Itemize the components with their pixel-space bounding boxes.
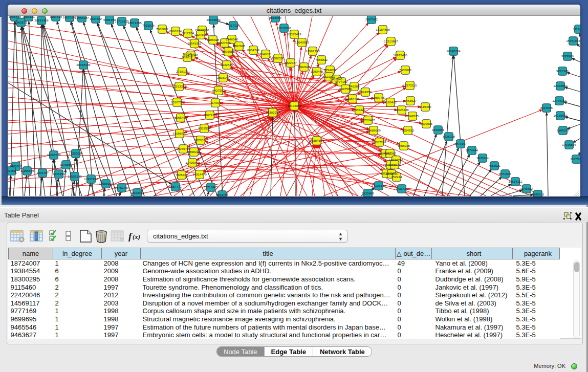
svg-text:8322037: 8322037 (285, 61, 297, 64)
svg-text:8660124: 8660124 (169, 29, 182, 33)
svg-text:1342757: 1342757 (36, 171, 49, 174)
svg-text:9115460: 9115460 (419, 105, 431, 108)
svg-text:8186328: 8186328 (207, 38, 220, 41)
svg-text:1405571: 1405571 (15, 20, 28, 24)
svg-text:13325419: 13325419 (287, 32, 301, 36)
svg-text:20206576: 20206576 (47, 153, 61, 157)
svg-text:8938928: 8938928 (443, 135, 455, 138)
svg-text:1907319: 1907319 (50, 16, 62, 18)
svg-text:8912954: 8912954 (182, 31, 194, 35)
svg-text:10688609: 10688609 (366, 128, 381, 132)
svg-text:8427552: 8427552 (212, 89, 225, 92)
svg-text:8694754: 8694754 (216, 193, 229, 196)
svg-text:9654923: 9654923 (402, 128, 415, 132)
svg-text:1965498: 1965498 (175, 116, 187, 119)
svg-text:4342367: 4342367 (384, 151, 397, 155)
svg-text:6497568: 6497568 (339, 87, 352, 91)
svg-text:3875685: 3875685 (222, 50, 235, 53)
svg-text:1145194: 1145194 (53, 172, 65, 176)
svg-text:8454749: 8454749 (247, 48, 260, 52)
svg-text:9245013: 9245013 (532, 192, 545, 196)
svg-text:7357224: 7357224 (227, 24, 240, 27)
svg-text:8678332: 8678332 (194, 138, 207, 142)
svg-text:7915526: 7915526 (142, 24, 155, 27)
svg-text:1990448: 1990448 (311, 70, 323, 73)
svg-text:16961755: 16961755 (306, 49, 320, 53)
svg-text:989612: 989612 (182, 55, 193, 59)
svg-text:9135469: 9135469 (362, 191, 375, 195)
svg-text:12213363: 12213363 (172, 84, 186, 88)
svg-text:2087682: 2087682 (365, 17, 378, 21)
svg-text:1440954: 1440954 (432, 128, 445, 132)
svg-text:9329966: 9329966 (561, 54, 574, 58)
svg-text:19218506: 19218506 (277, 26, 291, 30)
svg-text:6466160: 6466160 (103, 18, 116, 21)
svg-text:9756928: 9756928 (398, 144, 410, 147)
svg-text:8471676: 8471676 (499, 172, 512, 176)
svg-text:f: f (128, 231, 133, 242)
svg-text:7625402: 7625402 (176, 173, 188, 177)
svg-text:13505135: 13505135 (68, 174, 82, 178)
svg-text:9975867: 9975867 (60, 163, 73, 166)
svg-text:10543362: 10543362 (187, 41, 202, 45)
svg-text:3267130: 3267130 (204, 113, 216, 117)
svg-text:16120746: 16120746 (389, 158, 403, 162)
svg-text:9463627: 9463627 (404, 99, 417, 102)
svg-text:1405573: 1405573 (9, 16, 21, 18)
svg-text:16154808: 16154808 (376, 28, 390, 31)
svg-text:2160412: 2160412 (384, 100, 397, 104)
svg-text:117004: 117004 (210, 101, 221, 104)
svg-text:19384554: 19384554 (310, 139, 324, 142)
svg-text:1733426: 1733426 (396, 187, 408, 190)
svg-text:16033809: 16033809 (206, 18, 221, 21)
svg-text:(x): (x) (133, 233, 140, 240)
svg-text:10671355: 10671355 (127, 21, 142, 25)
svg-text:9474444: 9474444 (466, 148, 478, 152)
svg-text:17359924: 17359924 (69, 151, 83, 155)
svg-text:10025438: 10025438 (395, 108, 409, 112)
svg-text:39159: 39159 (8, 169, 16, 172)
svg-text:1167534: 1167534 (570, 157, 580, 161)
svg-text:9327505: 9327505 (194, 33, 207, 36)
svg-text:9327506: 9327506 (219, 41, 231, 45)
svg-text:9699695: 9699695 (420, 122, 433, 125)
svg-text:14136141: 14136141 (372, 184, 386, 187)
svg-text:18724007: 18724007 (287, 104, 301, 107)
svg-text:6879197: 6879197 (454, 142, 467, 145)
svg-text:9242845: 9242845 (221, 63, 233, 67)
svg-text:7955812: 7955812 (315, 58, 328, 61)
svg-text:12923446: 12923446 (130, 191, 144, 194)
svg-text:7485063: 7485063 (399, 68, 412, 72)
svg-text:10655287: 10655287 (75, 16, 89, 19)
svg-text:2069141: 2069141 (23, 16, 35, 18)
svg-text:1115132: 1115132 (388, 163, 401, 166)
svg-text:1588520: 1588520 (272, 56, 285, 60)
svg-text:9777169: 9777169 (335, 80, 348, 83)
svg-text:12213967: 12213967 (384, 39, 398, 43)
svg-text:17957223: 17957223 (84, 177, 98, 181)
svg-text:20364436: 20364436 (345, 97, 360, 100)
svg-text:11156829: 11156829 (20, 169, 34, 172)
svg-text:23226058: 23226058 (195, 28, 209, 32)
svg-text:2867608: 2867608 (233, 44, 246, 48)
svg-text:15302273: 15302273 (266, 111, 280, 114)
svg-text:1969297: 1969297 (557, 128, 570, 132)
svg-text:16782759: 16782759 (115, 186, 129, 189)
svg-text:7986322: 7986322 (353, 108, 366, 112)
svg-text:6794078: 6794078 (324, 68, 337, 72)
svg-text:15716485: 15716485 (204, 185, 218, 189)
svg-text:18807249: 18807249 (372, 140, 386, 144)
svg-text:10654112: 10654112 (508, 180, 522, 183)
svg-text:1353504: 1353504 (198, 126, 211, 130)
svg-text:10973493: 10973493 (393, 53, 407, 57)
svg-text:8813054: 8813054 (269, 16, 282, 19)
svg-text:1362615: 1362615 (298, 65, 311, 69)
svg-text:1435061: 1435061 (10, 164, 23, 168)
svg-text:17016504: 17016504 (562, 143, 576, 146)
svg-text:9146821: 9146821 (259, 52, 272, 56)
svg-text:10958107: 10958107 (99, 182, 113, 185)
svg-text:12093852: 12093852 (553, 84, 568, 87)
svg-text:2935114: 2935114 (476, 156, 489, 160)
svg-text:12975115: 12975115 (403, 83, 417, 87)
svg-text:16914479: 16914479 (192, 172, 207, 176)
